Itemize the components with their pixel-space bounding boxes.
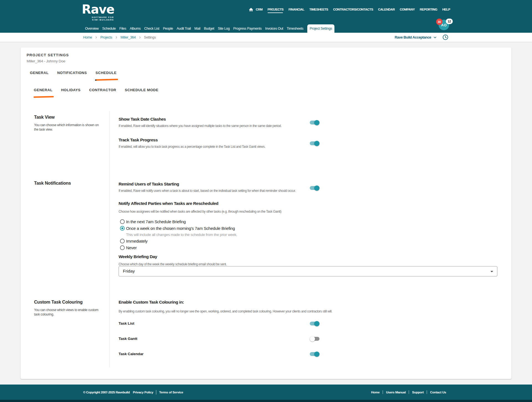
project-nav-files[interactable]: Files xyxy=(117,24,128,33)
radio-icon xyxy=(120,245,125,250)
subtab-label: HOLIDAYS xyxy=(61,88,80,92)
row-task-calendar: Task Calendar xyxy=(119,351,497,357)
project-nav-project-settings[interactable]: Project Settings xyxy=(307,24,334,33)
app-footer: © Copyright 2007-2025 Ravebuild Privacy … xyxy=(0,385,532,400)
remind-users-toggle[interactable] xyxy=(310,185,319,191)
chevron-down-icon[interactable] xyxy=(433,35,437,40)
subtab-schedule-mode[interactable]: SCHEDULE MODE xyxy=(125,87,158,93)
radio-label: In the next 7am Schedule Briefing xyxy=(126,219,186,224)
messages-badge[interactable]: 12 xyxy=(446,19,453,24)
project-nav-budget[interactable]: Budget xyxy=(202,24,216,33)
task-calendar-toggle[interactable] xyxy=(310,351,319,357)
context-selector: Rave Build Acceptance xyxy=(395,33,448,42)
breadcrumb-home[interactable]: Home xyxy=(83,35,92,39)
chevron-right-icon xyxy=(138,35,142,39)
subtab-holidays[interactable]: HOLIDAYS xyxy=(61,87,80,93)
project-nav-overview[interactable]: Overview xyxy=(83,24,101,33)
rave-logo[interactable]: Rave SOFTWARE FOR KIWI BUILDERS xyxy=(82,3,114,21)
radio-never[interactable]: Never xyxy=(119,245,497,251)
breadcrumb-project[interactable]: Miller_364 xyxy=(121,35,136,39)
footer-left: © Copyright 2007-2025 Ravebuild Privacy … xyxy=(83,390,183,395)
tab-general[interactable]: GENERAL xyxy=(30,70,48,76)
breadcrumb-settings[interactable]: Settings xyxy=(144,35,156,39)
settings-sections: Task View You can choose which informati… xyxy=(27,111,505,367)
project-nav: Overview Schedule Files Albums Check Lis… xyxy=(83,24,532,33)
project-nav-timesheets[interactable]: Timesheets xyxy=(285,24,305,33)
breadcrumb-bar: Home Projects Miller_364 Settings Rave B… xyxy=(0,33,532,42)
project-nav-progress-payments[interactable]: Progress Payments xyxy=(231,24,263,33)
notify-affected-description: Choose how assignees will be notified wh… xyxy=(119,209,497,214)
project-nav-mail[interactable]: Mail xyxy=(193,24,202,33)
main-nav-financial[interactable]: FINANCIAL xyxy=(288,7,304,12)
chevron-right-icon xyxy=(114,35,118,39)
radio-label: Once a week on the chosen morning's 7am … xyxy=(126,226,235,231)
copyright-text: © Copyright 2007-2025 Ravebuild xyxy=(83,391,130,394)
subtab-label: GENERAL xyxy=(34,88,52,92)
footer-support-link[interactable]: Support xyxy=(412,391,424,394)
privacy-policy-link[interactable]: Privacy Policy xyxy=(133,391,153,394)
subtab-general[interactable]: GENERAL xyxy=(34,87,52,93)
section-description: You can choose which information is show… xyxy=(34,123,104,132)
section-custom-task-colouring: Custom Task Colouring You can choose whi… xyxy=(27,290,505,367)
tab-label: NOTIFICATIONS xyxy=(57,71,87,75)
section-task-view-info: Task View You can choose which informati… xyxy=(27,111,109,175)
main-nav-reporting[interactable]: REPORTING xyxy=(420,7,437,12)
weekly-briefing-title: Weekly Briefing Day xyxy=(119,254,497,260)
track-task-progress-toggle[interactable] xyxy=(310,141,319,146)
terms-of-service-link[interactable]: Terms of Service xyxy=(159,391,183,394)
project-nav-check-list[interactable]: Check List xyxy=(142,24,161,33)
subtab-label: CONTRACTOR xyxy=(89,88,116,92)
project-nav-audit-trail[interactable]: Audit Trail xyxy=(175,24,193,33)
tab-schedule[interactable]: SCHEDULE xyxy=(96,70,117,76)
subtab-contractor[interactable]: CONTRACTOR xyxy=(89,87,116,93)
clock-icon[interactable] xyxy=(443,34,448,40)
toggle-thumb xyxy=(314,321,319,326)
footer-users-manual-link[interactable]: Users Manual xyxy=(386,391,406,394)
main-nav-crm[interactable]: CRM xyxy=(256,7,263,12)
radio-helper-text: This will include all changes made to th… xyxy=(126,232,497,238)
context-selector-value[interactable]: Rave Build Acceptance xyxy=(395,35,431,39)
tab-label: GENERAL xyxy=(30,71,48,75)
section-task-view: Task View You can choose which informati… xyxy=(27,111,505,175)
show-task-date-clashes-toggle[interactable] xyxy=(310,120,319,125)
main-nav-timesheets[interactable]: TIMESHEETS xyxy=(309,7,328,12)
select-value: Friday xyxy=(123,269,135,274)
project-nav-site-log[interactable]: Site Log xyxy=(216,24,232,33)
notifications-badge[interactable]: 30 xyxy=(436,19,443,25)
setting-description: If enabled, Rave will identify situation… xyxy=(119,124,497,128)
weekly-briefing-day-select[interactable]: Friday xyxy=(119,266,497,276)
main-nav-calendar[interactable]: CALENDAR xyxy=(378,7,395,12)
breadcrumb-projects[interactable]: Projects xyxy=(100,35,112,39)
toggle-label: Task Gantt xyxy=(119,336,497,342)
project-nav-albums[interactable]: Albums xyxy=(128,24,142,33)
toggle-thumb xyxy=(314,185,319,191)
task-gantt-toggle[interactable] xyxy=(310,336,319,342)
radio-immediately[interactable]: Immediately xyxy=(119,238,497,245)
radio-icon xyxy=(120,239,125,243)
project-nav-invoices-out[interactable]: Invoices Out xyxy=(264,24,285,33)
project-nav-schedule[interactable]: Schedule xyxy=(100,24,117,33)
task-list-toggle[interactable] xyxy=(310,321,319,326)
section-custom-colouring-settings: Enable Custom Task Colouring in: By enab… xyxy=(109,290,505,367)
toggle-thumb xyxy=(314,120,319,125)
project-nav-people[interactable]: People xyxy=(161,24,175,33)
section-custom-colouring-info: Custom Task Colouring You can choose whi… xyxy=(27,290,109,367)
main-nav: CRM PROJECTS FINANCIAL TIMESHEETS CONTRA… xyxy=(249,7,532,12)
main-nav-help[interactable]: HELP xyxy=(442,7,450,12)
home-icon[interactable] xyxy=(249,7,254,12)
radio-once-a-week[interactable]: Once a week on the chosen morning's 7am … xyxy=(119,225,497,232)
footer-bottom-strip xyxy=(0,400,532,402)
notify-affected-title: Notify Affected Parties when Tasks are R… xyxy=(119,200,497,207)
footer-home-link[interactable]: Home xyxy=(371,391,380,394)
section-task-notifications: Task Notifications Remind Users of Tasks… xyxy=(27,175,505,290)
main-nav-contractors-contacts[interactable]: CONTRACTORS/CONTACTS xyxy=(333,7,373,12)
footer-separator xyxy=(427,390,427,394)
main-nav-company[interactable]: COMPANY xyxy=(400,7,415,12)
radio-next-briefing[interactable]: In the next 7am Schedule Briefing xyxy=(119,218,497,225)
enable-colouring-description: By enabling custom task colouring, you w… xyxy=(119,309,497,314)
footer-contact-us-link[interactable]: Contact Us xyxy=(430,391,446,394)
tab-notifications[interactable]: NOTIFICATIONS xyxy=(57,70,87,76)
logo-wordmark: Rave xyxy=(82,3,114,16)
toggle-label: Task List xyxy=(119,321,497,326)
main-nav-projects[interactable]: PROJECTS xyxy=(268,7,284,12)
